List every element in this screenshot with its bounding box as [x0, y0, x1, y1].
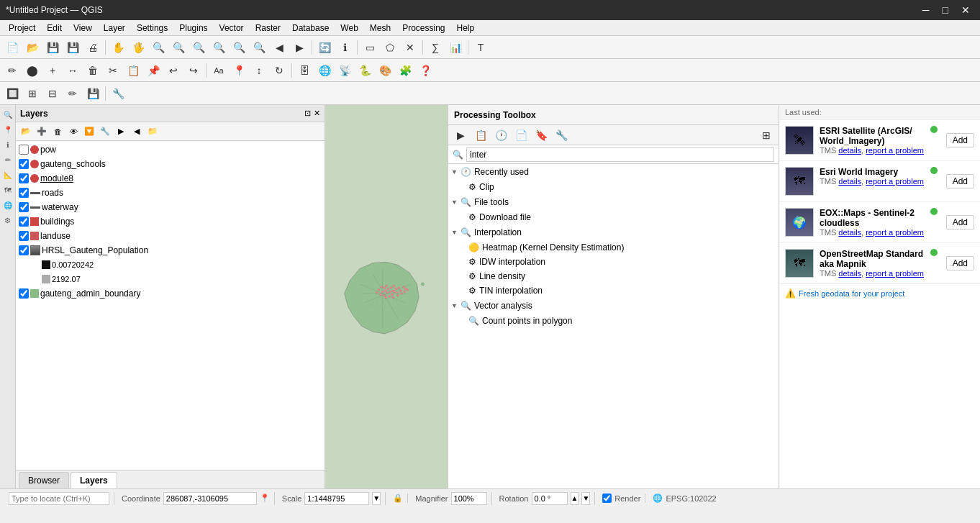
group-file-tools-header[interactable]: ▼ 🔍 File tools — [448, 194, 779, 210]
tool-line-density[interactable]: ⚙ Line density — [448, 269, 779, 283]
undo-btn[interactable]: ↩ — [164, 61, 183, 80]
layer-checkbox-buildings[interactable] — [19, 217, 29, 227]
calculator-btn[interactable]: ∑ — [426, 38, 445, 57]
processing-run-btn[interactable]: ▶ — [451, 126, 470, 145]
layer-item-pow[interactable]: pow — [17, 142, 323, 157]
esri-satellite-details-link[interactable]: details — [838, 146, 861, 155]
eox-report-link[interactable]: report a problem — [866, 228, 924, 237]
collapse-btn[interactable]: ◀ — [130, 124, 144, 139]
menu-project[interactable]: Project — [3, 20, 41, 36]
layer-checkbox-landuse[interactable] — [19, 231, 29, 241]
filter-layer-btn[interactable]: 🔧 — [98, 124, 112, 139]
tool-clip[interactable]: ⚙ Clip — [448, 180, 779, 194]
render-checkbox[interactable] — [602, 494, 612, 503]
open-layer-btn[interactable]: 📂 — [19, 124, 33, 139]
open-btn[interactable]: 📂 — [23, 38, 42, 57]
refresh-btn[interactable]: 🔄 — [315, 38, 334, 57]
layer-checkbox-boundary[interactable] — [19, 288, 29, 299]
sidebar-btn-7[interactable]: 🌐 — [1, 199, 14, 212]
scale-input[interactable] — [304, 492, 369, 505]
locate-input[interactable] — [9, 492, 109, 505]
group-recently-used-header[interactable]: ▼ 🕐 Recently used — [448, 164, 779, 180]
tab-browser[interactable]: Browser — [19, 472, 69, 488]
menu-raster[interactable]: Raster — [250, 20, 286, 36]
db-mgr-btn[interactable]: 🗄 — [295, 61, 314, 80]
sidebar-btn-8[interactable]: ⚙ — [1, 214, 14, 227]
sidebar-btn-1[interactable]: 🔍 — [1, 108, 14, 121]
fresh-geodata-link[interactable]: Fresh geodata for your project — [799, 289, 904, 298]
map-area[interactable] — [325, 105, 448, 488]
save-btn[interactable]: 💾 — [43, 38, 62, 57]
processing-history-btn[interactable]: 🕐 — [491, 126, 510, 145]
esri-world-report-link[interactable]: report a problem — [866, 177, 924, 186]
advanced-dig-btn[interactable]: 🔧 — [109, 84, 127, 103]
sidebar-btn-2[interactable]: 📍 — [1, 123, 14, 136]
layer-item-gauteng-schools[interactable]: gauteng_schools — [17, 157, 323, 171]
expand-btn[interactable]: ▶ — [114, 124, 128, 139]
del-btn[interactable]: 🗑 — [83, 61, 102, 80]
esri-world-details-link[interactable]: details — [838, 177, 861, 186]
rotation-input[interactable] — [532, 492, 568, 505]
identify-btn[interactable]: ℹ — [335, 38, 354, 57]
menu-web[interactable]: Web — [335, 20, 363, 36]
menu-mesh[interactable]: Mesh — [364, 20, 396, 36]
stats-btn[interactable]: 📊 — [446, 38, 465, 57]
new-btn[interactable]: 📄 — [3, 38, 22, 57]
python-btn[interactable]: 🐍 — [355, 61, 374, 80]
osm-report-link[interactable]: report a problem — [866, 269, 924, 278]
layer-item-module8[interactable]: module8 — [17, 171, 323, 186]
rotation-down-btn[interactable]: ▼ — [581, 492, 590, 505]
add-layer-btn[interactable]: ➕ — [35, 124, 49, 139]
menu-database[interactable]: Database — [286, 20, 335, 36]
tab-layers[interactable]: Layers — [71, 472, 117, 488]
menu-vector[interactable]: Vector — [214, 20, 250, 36]
tool-download-file[interactable]: ⚙ Download file — [448, 210, 779, 224]
layer-item-roads[interactable]: roads — [17, 186, 323, 200]
layer-checkbox-gauteng-schools[interactable] — [19, 159, 29, 169]
select-rect-btn[interactable]: ▭ — [360, 38, 379, 57]
zoom-prev-btn[interactable]: ◀ — [270, 38, 289, 57]
processing-settings-btn[interactable]: 🔧 — [552, 126, 571, 145]
zoom-next-btn[interactable]: ▶ — [290, 38, 309, 57]
layer-checkbox-roads[interactable] — [19, 188, 29, 198]
menu-processing[interactable]: Processing — [396, 20, 450, 36]
tool-tin[interactable]: ⚙ TIN interpolation — [448, 283, 779, 298]
zoom-native-btn[interactable]: 🔍 — [250, 38, 268, 57]
layer-checkbox-module8[interactable] — [19, 173, 29, 183]
menu-edit[interactable]: Edit — [41, 20, 68, 36]
show-all-btn[interactable]: 👁 — [66, 124, 81, 139]
print-btn[interactable]: 🖨 — [83, 38, 102, 57]
tool-heatmap[interactable]: 🟡 Heatmap (Kernel Density Estimation) — [448, 240, 779, 255]
zoom-rubber-btn[interactable]: 🔍 — [189, 38, 208, 57]
sidebar-btn-6[interactable]: 🗺 — [1, 183, 14, 196]
layers-close-btn[interactable]: ✕ — [314, 109, 320, 118]
select-poly-btn[interactable]: ⬠ — [381, 38, 399, 57]
menu-settings[interactable]: Settings — [131, 20, 173, 36]
menu-view[interactable]: View — [68, 20, 98, 36]
browser2-btn[interactable]: 🌐 — [315, 61, 334, 80]
sidebar-btn-4[interactable]: ✏ — [1, 153, 14, 166]
help-btn[interactable]: ❓ — [416, 61, 435, 80]
close-button[interactable]: ✕ — [957, 3, 974, 17]
snap2-btn[interactable]: ⊞ — [23, 84, 42, 103]
filter-btn[interactable]: 🔽 — [82, 124, 96, 139]
esri-satellite-report-link[interactable]: report a problem — [866, 146, 924, 155]
zoom-extent-btn[interactable]: 🔍 — [209, 38, 228, 57]
magnifier-input[interactable] — [451, 492, 487, 505]
move-btn[interactable]: ↔ — [63, 61, 82, 80]
layer-checkbox-pow[interactable] — [19, 145, 29, 155]
search-input[interactable] — [466, 147, 774, 162]
add-group-btn[interactable]: 📁 — [145, 124, 160, 139]
add-feat-btn[interactable]: + — [43, 61, 62, 80]
layer-item-boundary[interactable]: gauteng_admin_boundary — [17, 286, 323, 301]
group-vector-analysis-header[interactable]: ▼ 🔍 Vector analysis — [448, 298, 779, 314]
zoom-in-btn[interactable]: 🔍 — [149, 38, 168, 57]
rotate-label-btn[interactable]: ↻ — [270, 61, 289, 80]
plugin-mgr-btn[interactable]: 🧩 — [396, 61, 414, 80]
move-label-btn[interactable]: ↕ — [250, 61, 268, 80]
dig-btn[interactable]: ✏ — [3, 61, 22, 80]
deselect-btn[interactable]: ✕ — [401, 38, 419, 57]
copy-btn[interactable]: 📋 — [124, 61, 142, 80]
sidebar-btn-3[interactable]: ℹ — [1, 138, 14, 151]
save-as-btn[interactable]: 💾 — [63, 38, 82, 57]
